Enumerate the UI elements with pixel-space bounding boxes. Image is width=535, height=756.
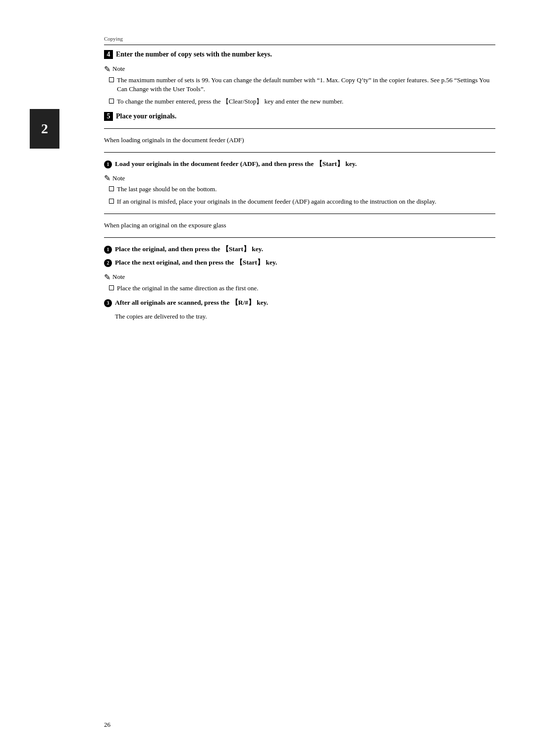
- divider-1: [104, 128, 495, 129]
- adf-step1-num: 1: [104, 161, 112, 168]
- page-number: 26: [104, 721, 110, 729]
- glass-note-label-text: Note: [112, 273, 125, 281]
- step4-note-item-2-text: To change the number entered, press the …: [117, 97, 495, 107]
- header-rule: [104, 45, 495, 45]
- step4-note-item-1: The maximum number of sets is 99. You ca…: [109, 76, 495, 95]
- step4-note-text: Note: [112, 65, 125, 73]
- adf-note-label: ✎ Note: [104, 173, 495, 183]
- glass-circle-step-1: 1 Place the original, and then press the…: [104, 245, 495, 254]
- glass-circle-step-3: 3 After all originals are scanned, press…: [104, 298, 495, 308]
- checkbox-icon: [109, 77, 114, 82]
- main-content: 4 Enter the number of copy sets with the…: [104, 50, 495, 325]
- closing-text: The copies are delivered to the tray.: [115, 312, 495, 322]
- checkbox-icon: [109, 99, 114, 104]
- adf-note: ✎ Note The last page should be on the bo…: [104, 173, 495, 207]
- header-label: Copying: [104, 36, 123, 42]
- divider-3: [104, 214, 495, 214]
- step4-note-item-2: To change the number entered, press the …: [109, 97, 495, 107]
- adf-note-item-1-text: The last page should be on the bottom.: [117, 185, 495, 194]
- glass-step1-num: 1: [104, 246, 112, 254]
- glass-note-item-1-text: Place the original in the same direction…: [117, 284, 495, 293]
- note-icon-2: ✎: [104, 173, 110, 183]
- glass-note-label: ✎ Note: [104, 272, 495, 282]
- glass-note-items: Place the original in the same direction…: [104, 284, 495, 293]
- step5-title: Place your originals.: [116, 111, 176, 121]
- glass-step1-text: Place the original, and then press the 【…: [115, 245, 263, 254]
- note-icon: ✎: [104, 64, 110, 74]
- adf-note-label-text: Note: [112, 174, 125, 182]
- step4-header: 4 Enter the number of copy sets with the…: [104, 50, 495, 59]
- glass-note-item-1: Place the original in the same direction…: [109, 284, 495, 293]
- glass-step2-text: Place the next original, and then press …: [115, 258, 277, 268]
- step4-number: 4: [104, 50, 113, 59]
- glass-circle-step-2: 2 Place the next original, and then pres…: [104, 258, 495, 268]
- adf-note-item-2: If an original is misfed, place your ori…: [109, 197, 495, 207]
- step4-title: Enter the number of copy sets with the n…: [116, 50, 272, 59]
- page: Copying 2 4 Enter the number of copy set…: [0, 0, 535, 756]
- glass-step3-num: 3: [104, 299, 112, 307]
- step5-header: 5 Place your originals.: [104, 111, 495, 121]
- chapter-number: 2: [41, 121, 48, 137]
- step4-note-item-1-text: The maximum number of sets is 99. You ca…: [117, 76, 495, 95]
- adf-note-item-2-text: If an original is misfed, place your ori…: [117, 197, 495, 207]
- checkbox-icon: [109, 186, 114, 191]
- glass-section-label: When placing an original on the exposure…: [104, 221, 495, 230]
- note-icon-3: ✎: [104, 272, 110, 282]
- chapter-tab: 2: [30, 109, 59, 149]
- glass-step3-text: After all originals are scanned, press t…: [115, 298, 268, 308]
- adf-circle-step-1: 1 Load your originals in the document fe…: [104, 160, 495, 169]
- step5-number: 5: [104, 112, 113, 121]
- checkbox-icon: [109, 199, 114, 204]
- step4-note-label: ✎ Note: [104, 64, 495, 74]
- adf-note-items: The last page should be on the bottom. I…: [104, 185, 495, 207]
- adf-step1-text: Load your originals in the document feed…: [115, 160, 357, 169]
- adf-section-label: When loading originals in the document f…: [104, 136, 495, 145]
- divider-2: [104, 152, 495, 153]
- step4-note: ✎ Note The maximum number of sets is 99.…: [104, 64, 495, 107]
- divider-4: [104, 237, 495, 238]
- step4-note-items: The maximum number of sets is 99. You ca…: [104, 76, 495, 107]
- adf-note-item-1: The last page should be on the bottom.: [109, 185, 495, 194]
- checkbox-icon: [109, 285, 114, 290]
- glass-note: ✎ Note Place the original in the same di…: [104, 272, 495, 293]
- glass-step2-num: 2: [104, 259, 112, 267]
